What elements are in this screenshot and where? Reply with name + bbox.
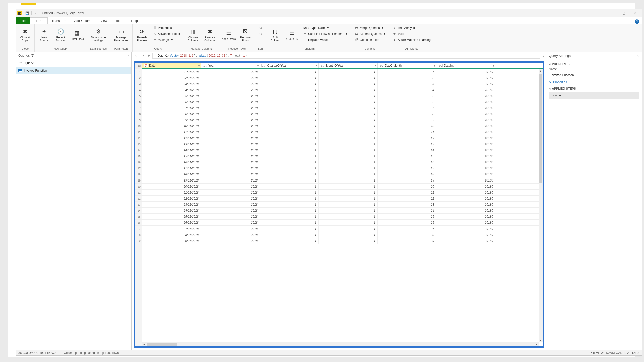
cell[interactable]: 20180 [436, 105, 495, 111]
cell[interactable]: 1 [260, 208, 319, 213]
cell[interactable]: 14 [378, 147, 436, 153]
cell[interactable]: 1 [260, 141, 319, 147]
cell[interactable]: 18/01/2018 [142, 171, 201, 177]
column-header-date[interactable]: 📅Date▾ [142, 63, 201, 68]
cell[interactable]: 2018 [201, 202, 260, 207]
azure-ml-button[interactable]: ▲Azure Machine Learning [392, 37, 432, 43]
cell[interactable]: 1 [319, 202, 378, 207]
cell[interactable]: 20180 [436, 159, 495, 165]
row-number[interactable]: 7 [135, 105, 142, 111]
cell[interactable]: 6 [378, 99, 436, 105]
cell[interactable]: 2018 [201, 105, 260, 111]
row-number[interactable]: 4 [135, 87, 142, 93]
cell[interactable]: 1 [260, 177, 319, 183]
row-number[interactable]: 5 [135, 93, 142, 99]
chevron-down-icon[interactable]: ▾ [257, 64, 259, 67]
chevron-icon[interactable]: ◂ [549, 62, 550, 66]
cell[interactable]: 2018 [201, 214, 260, 219]
table-row[interactable]: 19/01/20182018111920180 [142, 177, 543, 184]
cell[interactable]: 10 [378, 123, 436, 129]
cell[interactable]: 2018 [201, 208, 260, 213]
properties-button[interactable]: ☰Properties [152, 25, 181, 31]
formula-input[interactable]: = Query1(#date(2018, 1, 1), #date(2022, … [152, 53, 540, 59]
manage-button[interactable]: ▤Manage▾ [152, 37, 181, 43]
row-number[interactable]: 23 [135, 202, 142, 208]
table-row[interactable]: 02/01/2018201811220180 [142, 75, 543, 81]
cell[interactable]: 1 [319, 159, 378, 165]
cell[interactable]: 24/01/2018 [142, 208, 201, 213]
table-row[interactable]: 03/01/2018201811320180 [142, 81, 543, 87]
collapse-queries-icon[interactable]: ‹ [128, 54, 129, 57]
cell[interactable]: 20180 [436, 238, 495, 244]
keep-rows-button[interactable]: ☰Keep Rows [221, 25, 236, 45]
cell[interactable]: 2018 [201, 117, 260, 123]
row-number[interactable]: 24 [135, 208, 142, 214]
cell[interactable]: 20180 [436, 75, 495, 81]
cell[interactable]: 1 [260, 93, 319, 99]
table-row[interactable]: 06/01/2018201811620180 [142, 99, 543, 105]
cell[interactable]: 20 [378, 184, 436, 189]
cell[interactable]: 20/01/2018 [142, 184, 201, 189]
cell[interactable]: 16/01/2018 [142, 159, 201, 165]
cell[interactable]: 4 [378, 87, 436, 93]
cell[interactable]: 1 [260, 165, 319, 171]
cell[interactable]: 20180 [436, 129, 495, 135]
cell[interactable]: 1 [260, 87, 319, 93]
new-source-button[interactable]: ✦New Source [36, 25, 52, 45]
cell[interactable]: 1 [319, 87, 378, 93]
cell[interactable]: 13 [378, 141, 436, 147]
cell[interactable]: 24 [378, 208, 436, 213]
cell[interactable]: 28 [378, 232, 436, 238]
sort-asc-button[interactable]: A↓ [257, 25, 263, 31]
cell[interactable]: 9 [378, 117, 436, 123]
cell[interactable]: 28/01/2018 [142, 232, 201, 238]
cell[interactable]: 2018 [201, 129, 260, 135]
table-row[interactable]: 04/01/2018201811420180 [142, 87, 543, 93]
cell[interactable]: 20180 [436, 177, 495, 183]
table-row[interactable]: 18/01/20182018111820180 [142, 171, 543, 177]
cell[interactable]: 20180 [436, 111, 495, 117]
cell[interactable]: 20180 [436, 141, 495, 147]
cell[interactable]: 3 [378, 81, 436, 87]
cell[interactable]: 23 [378, 202, 436, 207]
table-row[interactable]: 09/01/2018201811920180 [142, 117, 543, 123]
cell[interactable]: 1 [378, 69, 436, 75]
cell[interactable]: 1 [260, 196, 319, 201]
cell[interactable]: 1 [319, 129, 378, 135]
chevron-down-icon[interactable]: ▾ [375, 64, 376, 67]
table-row[interactable]: 17/01/20182018111720180 [142, 165, 543, 171]
cell[interactable]: 2018 [201, 196, 260, 201]
save-icon[interactable]: 💾 [24, 10, 30, 16]
cell[interactable]: 09/01/2018 [142, 117, 201, 123]
cell[interactable]: 2018 [201, 69, 260, 75]
cell[interactable]: 26/01/2018 [142, 220, 201, 225]
refresh-preview-button[interactable]: ⟳Refresh Preview [134, 25, 150, 45]
cell[interactable]: 1 [260, 99, 319, 105]
cell[interactable]: 2018 [201, 238, 260, 244]
vertical-scrollbar[interactable]: ▴ ▾ [539, 69, 543, 342]
cell[interactable]: 19/01/2018 [142, 177, 201, 183]
cell[interactable]: 11/01/2018 [142, 129, 201, 135]
table-row[interactable]: 20/01/20182018112020180 [142, 184, 543, 190]
cell[interactable]: 1 [319, 220, 378, 225]
cell[interactable]: 2018 [201, 99, 260, 105]
table-row[interactable]: 07/01/2018201811720180 [142, 105, 543, 111]
row-number[interactable]: 17 [135, 165, 142, 171]
manage-parameters-button[interactable]: ▭Manage Parameters [112, 25, 131, 45]
table-row[interactable]: 16/01/20182018111620180 [142, 159, 543, 165]
cell[interactable]: 2018 [201, 226, 260, 232]
choose-columns-button[interactable]: ▥Choose Columns [185, 25, 201, 45]
text-analytics-button[interactable]: ≡Text Analytics [392, 25, 432, 31]
column-header-month[interactable]: 1²₃MonthOfYear▾ [319, 63, 378, 68]
cell[interactable]: 1 [319, 196, 378, 201]
tab-tools[interactable]: Tools [111, 17, 127, 24]
cell[interactable]: 1 [319, 75, 378, 81]
query-name-input[interactable] [549, 72, 639, 78]
row-number[interactable]: 6 [135, 99, 142, 105]
row-number[interactable]: 25 [135, 214, 142, 220]
cell[interactable]: 1 [260, 232, 319, 238]
row-number[interactable]: 14 [135, 147, 142, 153]
cell[interactable]: 2018 [201, 81, 260, 87]
cell[interactable]: 1 [319, 190, 378, 195]
cell[interactable]: 1 [260, 81, 319, 87]
